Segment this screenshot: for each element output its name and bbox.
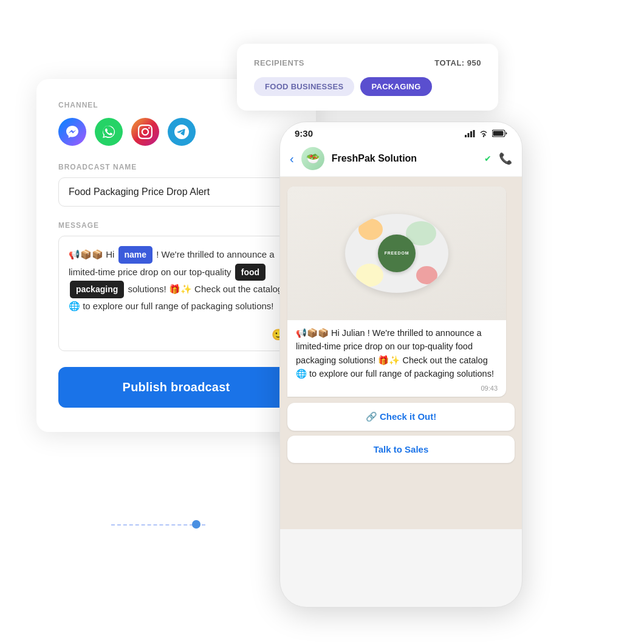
food-tag: food: [235, 264, 265, 281]
instagram-icon[interactable]: [131, 118, 159, 146]
publish-broadcast-button[interactable]: Publish broadcast: [58, 367, 294, 408]
phone-status-icons: [465, 129, 507, 137]
contact-avatar: 🥗: [301, 147, 324, 170]
phone-chat-header: ‹ 🥗 FreshPak Solution ✔ 📞: [280, 142, 522, 177]
phone-time: 9:30: [295, 128, 313, 139]
bubble-text: 📢📦📦 Hi Julian ! We're thrilled to announ…: [287, 320, 506, 385]
svg-rect-6: [493, 131, 504, 136]
check-it-out-button[interactable]: 🔗 Check it Out!: [287, 403, 515, 431]
recipients-tags: FOOD BUSINESSES PACKAGING: [254, 77, 481, 96]
plate: FREEDOM: [345, 214, 448, 293]
contact-name: FreshPak Solution: [332, 153, 477, 164]
connector-horizontal: [111, 524, 205, 526]
channel-icons: [58, 118, 294, 146]
talk-to-sales-button[interactable]: Talk to Sales: [287, 436, 515, 463]
whatsapp-icon[interactable]: [95, 118, 123, 146]
svg-point-4: [483, 135, 484, 137]
svg-rect-1: [468, 133, 470, 137]
telegram-icon[interactable]: [168, 118, 196, 146]
food-image: FREEDOM: [287, 187, 506, 320]
svg-rect-2: [470, 131, 472, 137]
connector-dot-bottom: [192, 520, 200, 529]
name-tag: name: [118, 246, 153, 264]
broadcast-form-card: CHANNEL BROADCAST NAME MESSAGE 📢📦📦 Hi na…: [36, 79, 316, 432]
message-box[interactable]: 📢📦📦 Hi name ! We're thrilled to announce…: [58, 236, 294, 351]
phone-chat-area: FREEDOM 📢📦📦 Hi Julian ! We're thrilled t…: [280, 177, 522, 529]
phone-mockup: 9:30 ‹ 🥗 FreshPak Solution: [279, 122, 522, 608]
plate-container: FREEDOM: [342, 211, 451, 296]
packaging-tag: packaging: [70, 281, 124, 298]
broadcast-name-label: BROADCAST NAME: [58, 163, 294, 171]
back-button[interactable]: ‹: [290, 152, 294, 166]
food-brand-text: FREEDOM: [385, 251, 409, 256]
svg-rect-3: [473, 130, 475, 137]
message-content: 📢📦📦 Hi name ! We're thrilled to announce…: [69, 246, 284, 314]
tag-packaging[interactable]: PACKAGING: [360, 77, 431, 96]
food-brand-label: FREEDOM: [378, 235, 416, 272]
recipients-label: RECIPIENTS: [254, 58, 304, 67]
bubble-time: 09:43: [287, 385, 506, 397]
messenger-icon[interactable]: [58, 118, 86, 146]
svg-rect-0: [465, 135, 467, 137]
call-icon[interactable]: 📞: [499, 152, 512, 165]
verified-badge: ✔: [484, 154, 492, 163]
battery-icon: [492, 129, 507, 137]
message-bubble: FREEDOM 📢📦📦 Hi Julian ! We're thrilled t…: [287, 187, 506, 397]
message-label: MESSAGE: [58, 221, 294, 230]
broadcast-name-input[interactable]: [58, 177, 294, 207]
phone-status-bar: 9:30: [280, 122, 522, 142]
recipients-total: TOTAL: 950: [434, 58, 481, 67]
tag-food-businesses[interactable]: FOOD BUSINESSES: [254, 77, 354, 96]
signal-icon: [465, 130, 475, 137]
recipients-card: RECIPIENTS TOTAL: 950 FOOD BUSINESSES PA…: [237, 44, 498, 111]
wifi-icon: [479, 130, 488, 137]
